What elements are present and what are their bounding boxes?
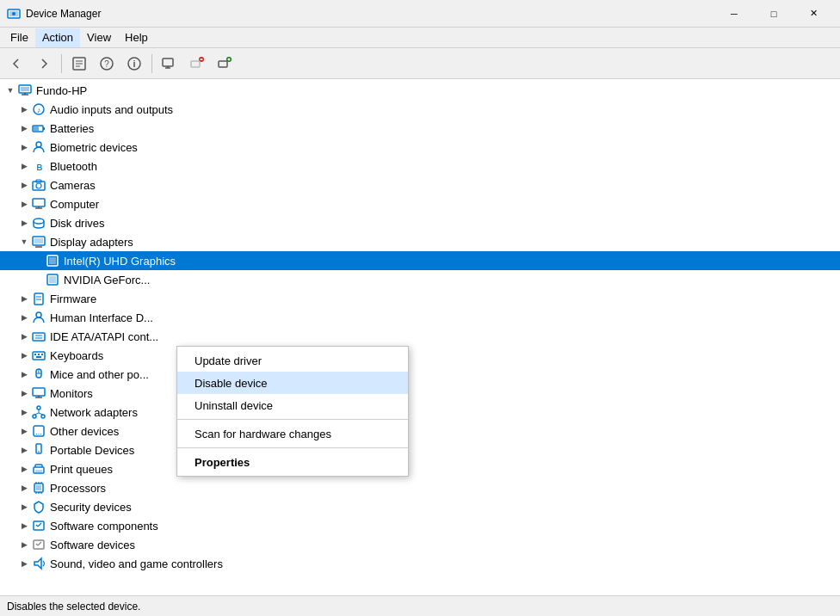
menu-view[interactable]: View — [80, 28, 118, 47]
svg-text:i: i — [133, 59, 135, 69]
portable-label: Portable Devices — [50, 444, 134, 457]
tree-firmware[interactable]: ▶ Firmware — [0, 289, 840, 308]
tree-computer[interactable]: ▶ Computer — [0, 194, 840, 213]
computer-device-icon — [31, 196, 46, 212]
camera-icon — [31, 177, 46, 193]
svg-rect-43 — [49, 257, 56, 264]
tree-processors[interactable]: ▶ Processors — [0, 478, 840, 497]
biometric-label: Biometric devices — [50, 141, 138, 154]
svg-line-69 — [39, 413, 43, 415]
portable-icon — [31, 442, 46, 458]
svg-line-86 — [38, 523, 41, 527]
audio-label: Audio inputs and outputs — [50, 103, 173, 116]
device-tree[interactable]: ▼ Fundo-HP ▶ ♪ Audio inputs and outputs … — [0, 79, 840, 595]
svg-rect-29 — [34, 126, 39, 131]
context-scan-hardware[interactable]: Scan for hardware changes — [177, 422, 408, 445]
toolbar-separator-2 — [151, 54, 152, 73]
context-separator-2 — [177, 447, 408, 448]
tree-sound[interactable]: ▶ Sound, video and game controllers — [0, 554, 840, 573]
nvidia-gpu-label: NVIDIA GeForc... — [64, 274, 150, 286]
tree-software-comp[interactable]: ▶ Software components — [0, 516, 840, 535]
expand-arrow-keyboards: ▶ — [17, 348, 31, 362]
context-properties[interactable]: Properties — [177, 451, 408, 473]
menu-help[interactable]: Help — [118, 28, 155, 47]
expand-arrow-bluetooth: ▶ — [17, 159, 31, 173]
svg-rect-40 — [34, 238, 43, 243]
context-update-driver[interactable]: Update driver — [177, 349, 408, 372]
expand-arrow-mice: ▶ — [17, 367, 31, 381]
svg-rect-11 — [163, 59, 173, 66]
tree-intel-gpu[interactable]: ▶ Intel(R) UHD Graphics — [0, 251, 840, 270]
tree-software-dev[interactable]: ▶ Software devices — [0, 535, 840, 554]
svg-rect-45 — [49, 276, 56, 283]
expand-arrow-monitors: ▶ — [17, 386, 31, 400]
expand-arrow-print: ▶ — [17, 462, 31, 476]
expand-arrow-software-dev: ▶ — [17, 538, 31, 551]
toolbar-back[interactable] — [3, 52, 29, 76]
tree-disk[interactable]: ▶ Disk drives — [0, 213, 840, 232]
print-icon — [31, 461, 46, 477]
expand-arrow-software-comp: ▶ — [17, 519, 31, 533]
menu-file[interactable]: File — [3, 28, 35, 47]
toolbar-properties[interactable] — [66, 52, 92, 76]
other-label: Other devices — [50, 425, 119, 438]
menu-action[interactable]: Action — [35, 28, 80, 47]
tree-display[interactable]: ▼ Display adapters — [0, 232, 840, 251]
software-comp-label: Software components — [50, 520, 158, 533]
tree-ide[interactable]: ▶ IDE ATA/ATAPI cont... — [0, 327, 840, 346]
app-icon — [7, 7, 21, 21]
expand-arrow-display: ▼ — [17, 235, 31, 249]
tree-root[interactable]: ▼ Fundo-HP — [0, 81, 840, 100]
tree-bluetooth[interactable]: ▶ ʙ Bluetooth — [0, 157, 840, 176]
tree-audio[interactable]: ▶ ♪ Audio inputs and outputs — [0, 100, 840, 119]
tree-monitors[interactable]: ▶ Monitors — [0, 384, 840, 403]
context-uninstall-device[interactable]: Uninstall device — [177, 394, 408, 416]
menu-bar: File Action View Help — [0, 28, 840, 48]
firmware-icon — [31, 291, 46, 306]
tree-print[interactable]: ▶ Print queues — [0, 459, 840, 478]
hid-label: Human Interface D... — [50, 311, 153, 324]
mouse-icon — [31, 367, 46, 382]
svg-point-30 — [36, 142, 41, 147]
tree-security[interactable]: ▶ Security devices — [0, 497, 840, 516]
tree-cameras[interactable]: ▶ Cameras — [0, 176, 840, 194]
toolbar-update[interactable]: ? — [94, 52, 120, 76]
display-icon — [31, 234, 46, 249]
toolbar-scan[interactable] — [157, 52, 182, 76]
svg-point-2 — [12, 12, 15, 15]
close-button[interactable]: ✕ — [794, 0, 833, 28]
svg-text:ʙ: ʙ — [36, 160, 43, 173]
battery-icon — [31, 120, 46, 136]
toolbar-remove[interactable] — [184, 52, 210, 76]
ide-label: IDE ATA/ATAPI cont... — [50, 330, 158, 343]
svg-text:♪: ♪ — [37, 106, 41, 114]
svg-point-64 — [37, 406, 40, 410]
context-disable-device[interactable]: Disable device — [177, 372, 408, 394]
expand-arrow-disk: ▶ — [17, 216, 31, 230]
minimize-button[interactable]: ─ — [714, 0, 754, 28]
keyboards-label: Keyboards — [50, 349, 103, 362]
processor-icon — [31, 480, 46, 496]
tree-network[interactable]: ▶ Network adapters — [0, 403, 840, 422]
tree-other[interactable]: ▶ ... Other devices — [0, 422, 840, 440]
tree-keyboards[interactable]: ▶ Keyboards — [0, 346, 840, 365]
tree-batteries[interactable]: ▶ Batteries — [0, 119, 840, 138]
svg-rect-53 — [33, 352, 45, 360]
expand-arrow-firmware: ▶ — [17, 292, 31, 305]
tree-mice[interactable]: ▶ Mice and other po... — [0, 365, 840, 384]
tree-nvidia-gpu[interactable]: ▶ NVIDIA GeForc... — [0, 270, 840, 289]
svg-marker-90 — [34, 558, 41, 569]
tree-portable[interactable]: ▶ Portable Devices — [0, 440, 840, 459]
expand-arrow-cameras: ▶ — [17, 178, 31, 192]
toolbar-forward[interactable] — [31, 52, 57, 76]
expand-arrow-intel: ▶ — [31, 254, 45, 268]
toolbar-add[interactable] — [212, 52, 238, 76]
toolbar-help[interactable]: i — [121, 52, 147, 76]
software-comp-icon — [31, 518, 46, 533]
gpu-icon-intel — [45, 253, 60, 268]
svg-line-85 — [36, 525, 38, 527]
maximize-button[interactable]: □ — [754, 0, 794, 28]
bluetooth-icon: ʙ — [31, 158, 46, 174]
tree-hid[interactable]: ▶ Human Interface D... — [0, 308, 840, 327]
tree-biometric[interactable]: ▶ Biometric devices — [0, 138, 840, 157]
